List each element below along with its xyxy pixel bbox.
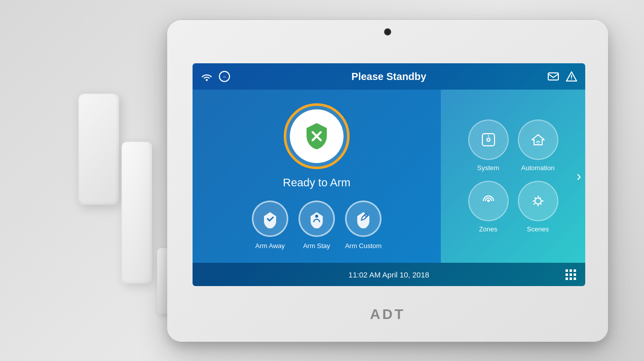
camera xyxy=(385,29,390,34)
zones-menu-item[interactable]: Zones xyxy=(468,181,509,233)
shield-icon xyxy=(299,119,334,153)
zones-icon-circle xyxy=(468,181,509,221)
adt-logo: ADT xyxy=(370,306,405,323)
svg-point-7 xyxy=(487,200,489,202)
header-left-icons: ○ xyxy=(201,71,230,82)
svg-rect-0 xyxy=(548,73,558,80)
door-sensor-medium xyxy=(122,142,152,284)
connected-icon: ○ xyxy=(219,71,230,82)
mail-icon xyxy=(548,72,559,81)
arm-custom-button[interactable]: Arm Custom xyxy=(345,200,382,250)
svg-point-1 xyxy=(571,78,572,79)
system-icon-circle: i xyxy=(468,119,509,160)
scene: ○ Please Standby xyxy=(0,0,644,361)
screen-header: ○ Please Standby xyxy=(193,63,585,90)
arm-stay-button[interactable]: Arm Stay xyxy=(298,200,335,250)
automation-icon-circle xyxy=(518,119,558,160)
alert-icon xyxy=(566,71,577,82)
right-panel: i System xyxy=(441,90,585,263)
screen-footer: 11:02 AM April 10, 2018 xyxy=(193,263,585,286)
svg-text:i: i xyxy=(487,134,488,138)
scenes-label: Scenes xyxy=(527,225,549,233)
arm-custom-icon xyxy=(354,209,373,228)
system-label: System xyxy=(477,164,499,172)
shield-inner xyxy=(290,109,344,163)
arm-custom-circle xyxy=(345,200,382,237)
chevron-right-icon[interactable]: › xyxy=(577,168,581,184)
zones-icon xyxy=(479,192,498,210)
header-title: Please Standby xyxy=(230,71,548,83)
panel-screen: ○ Please Standby xyxy=(193,63,585,286)
wifi-icon xyxy=(201,72,213,81)
shield-status[interactable] xyxy=(284,103,350,169)
scenes-menu-item[interactable]: Scenes xyxy=(518,181,558,233)
automation-label: Automation xyxy=(521,164,555,172)
header-right-icons xyxy=(548,71,577,82)
automation-menu-item[interactable]: Automation xyxy=(518,119,558,172)
arm-stay-icon xyxy=(307,209,326,228)
screen-main: Ready to Arm Arm Away xyxy=(193,90,585,263)
arm-stay-label: Arm Stay xyxy=(303,242,330,250)
arm-away-circle xyxy=(252,200,288,237)
svg-point-4 xyxy=(487,138,490,141)
left-panel: Ready to Arm Arm Away xyxy=(193,90,441,263)
system-menu-item[interactable]: i System xyxy=(468,119,509,172)
arm-away-label: Arm Away xyxy=(255,242,285,250)
arm-away-icon xyxy=(260,209,280,228)
adt-panel: ○ Please Standby xyxy=(167,20,608,342)
scenes-icon-circle xyxy=(518,181,558,221)
automation-icon xyxy=(529,131,547,149)
apps-grid-icon[interactable] xyxy=(565,269,576,280)
arm-buttons-group: Arm Away xyxy=(252,200,382,250)
svg-point-2 xyxy=(315,215,318,218)
svg-point-6 xyxy=(538,143,539,144)
door-sensor-large xyxy=(79,94,119,205)
arm-away-button[interactable]: Arm Away xyxy=(252,200,288,250)
footer-datetime: 11:02 AM April 10, 2018 xyxy=(349,270,429,279)
zones-label: Zones xyxy=(479,225,497,233)
status-text: Ready to Arm xyxy=(283,176,350,189)
arm-stay-circle xyxy=(298,200,335,237)
scenes-icon xyxy=(529,192,547,210)
system-icon: i xyxy=(479,131,498,149)
menu-grid: i System xyxy=(463,114,563,238)
arm-custom-label: Arm Custom xyxy=(345,242,382,250)
